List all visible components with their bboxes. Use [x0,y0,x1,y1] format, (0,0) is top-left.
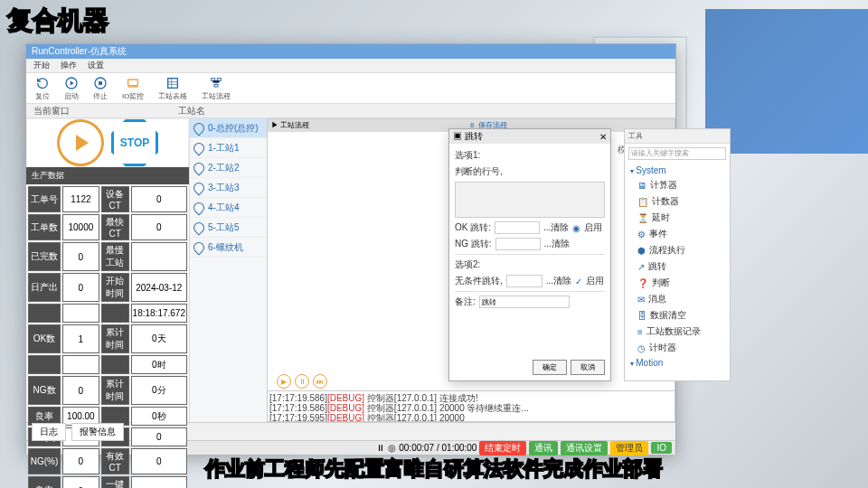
palette-search[interactable]: 请输入关键字搜索 [628,147,726,160]
menu-settings[interactable]: 设置 [88,60,104,71]
palette-item[interactable]: 📋计数器 [625,193,730,210]
bottom-tabs: 日志 报警信息 [26,422,675,440]
record-icon: ≡ [637,327,643,337]
station-item[interactable]: 0-总控(总控) [190,118,267,138]
tab-log[interactable]: 日志 [32,423,66,441]
flow-pause-icon[interactable]: ⏸ [295,374,309,389]
flow-play-icon[interactable]: ▶ [277,374,291,389]
chip-admin[interactable]: 管理员 [610,441,648,455]
palette-item[interactable]: ⏳延时 [625,210,730,226]
pause-icon[interactable]: ⏸ [376,443,385,453]
stop-timer-button[interactable]: 结束定时 [479,441,526,455]
counter-icon: 📋 [637,197,648,207]
tb-start[interactable]: 启动 [61,74,82,103]
svg-rect-7 [214,84,218,87]
stats-table: 工单号1122设备CT0工单数10000最快CT0已完数0最慢工站日产出0开始时… [26,184,189,488]
menubar: 开始 操作 设置 [26,59,675,73]
sub-toolbar: 当前窗口 工站名 [26,104,675,118]
dialog-close-icon[interactable]: ✕ [599,132,607,142]
chip-comm-settings[interactable]: 通讯设置 [561,441,608,455]
dialog-cancel-button[interactable]: 取消 [571,360,605,375]
uncond-clear[interactable]: ...清除 [546,275,571,287]
tb-stop[interactable]: 停止 [90,74,111,103]
status-time: ◎ 00:00:07 / 01:00:00 [388,443,476,453]
tool-palette: 工具 请输入关键字搜索 ▾ System 🖥计算器📋计数器⏳延时⚙事件⬢流程执行… [624,128,731,381]
calc-icon: 🖥 [637,181,646,191]
station-item[interactable]: 3-工站3 [190,178,267,198]
station-item[interactable]: 1-工站1 [190,138,267,158]
station-item[interactable]: 2-工站2 [190,158,267,178]
judge-icon: ❓ [637,278,648,288]
video-title-overlay: 复合机器 [7,4,108,38]
station-item[interactable]: 6-螺纹机 [190,238,267,258]
exec-icon: ⬢ [637,246,646,256]
palette-item[interactable]: ⬢流程执行 [625,242,730,258]
palette-item[interactable]: 🗄数据清空 [625,307,730,324]
pin-icon [192,120,207,136]
station-list: 0-总控(总控)1-工站12-工站23-工站34-工站45-工站56-螺纹机 [189,118,267,422]
ng-clear[interactable]: ...清除 [544,238,570,250]
timer-icon: ⏳ [637,213,648,223]
svg-rect-4 [168,78,178,88]
app-window: RunController-仿真系统 开始 操作 设置 复位 启动 停止 IO监… [25,43,676,455]
chip-comm[interactable]: 通讯 [529,441,558,455]
ok-clear[interactable]: ...清除 [543,221,569,234]
toolbar: 复位 启动 停止 IO监控 工站表格 工站流程 [26,73,675,104]
msg-icon: ✉ [637,295,645,305]
palette-item[interactable]: ≡工站数据记录 [625,324,730,340]
pin-icon [192,180,207,195]
pin-icon [192,200,207,215]
ng-jump-input[interactable] [495,238,541,250]
menu-operate[interactable]: 操作 [61,60,77,71]
note-input[interactable] [479,296,570,308]
tb-station-table[interactable]: 工站表格 [155,74,191,103]
data-icon: 🗄 [637,311,646,321]
stats-header: 生产数据 [26,167,189,184]
pin-icon [192,160,207,175]
station-item[interactable]: 5-工站5 [190,218,267,238]
ok-jump-input[interactable] [495,221,540,234]
station-item[interactable]: 4-工站4 [190,198,267,218]
pin-icon [192,239,207,255]
pin-icon [192,220,207,235]
svg-rect-3 [128,80,138,86]
log-panel: [17:17:19.586][DEBUG] 控制器[127.0.0.1] 连接成… [268,390,675,421]
dialog-title: ▣ 跳转 [453,130,483,143]
tb-station-flow[interactable]: 工站流程 [198,74,234,103]
palette-item[interactable]: ❓判断 [625,275,730,291]
palette-group-motion[interactable]: ▾ Motion [625,356,730,370]
palette-item[interactable]: 🖥计算器 [625,177,730,193]
tb-io-monitor[interactable]: IO监控 [118,74,147,103]
palette-item[interactable]: ◷计时器 [625,340,730,356]
palette-header: 工具 [625,129,730,144]
window-titlebar[interactable]: RunController-仿真系统 [26,44,675,59]
jump-icon: ↗ [637,262,645,272]
svg-rect-6 [218,78,222,80]
dialog-confirm-button[interactable]: 确定 [533,360,567,375]
tb-reset[interactable]: 复位 [32,74,53,103]
palette-item[interactable]: ✉消息 [625,291,730,307]
dialog-rows-input[interactable] [455,182,605,218]
timer2-icon: ◷ [637,343,646,353]
menu-start[interactable]: 开始 [33,60,50,71]
jump-dialog: ▣ 跳转✕ 选项1: 判断的行号, OK 跳转:...清除◉ 启用 NG 跳转:… [448,128,611,381]
svg-rect-2 [99,81,102,85]
video-subtitle-overlay: 作业前工程师先配置富唯自研算法软件完成作业部署 [205,455,663,483]
tab-alarm[interactable]: 报警信息 [71,423,124,441]
uncond-input[interactable] [506,275,542,287]
palette-item[interactable]: ↗跳转 [625,258,730,275]
palette-group-system[interactable]: ▾ System [625,164,730,177]
play-button[interactable] [57,119,104,166]
stop-button[interactable]: STOP [111,119,158,166]
palette-item[interactable]: ⚙事件 [625,226,730,242]
flow-step-icon[interactable]: ⏭ [313,374,327,389]
pin-icon [192,140,207,155]
event-icon: ⚙ [637,230,646,239]
svg-rect-5 [212,78,215,80]
chip-io[interactable]: IO [651,442,672,454]
